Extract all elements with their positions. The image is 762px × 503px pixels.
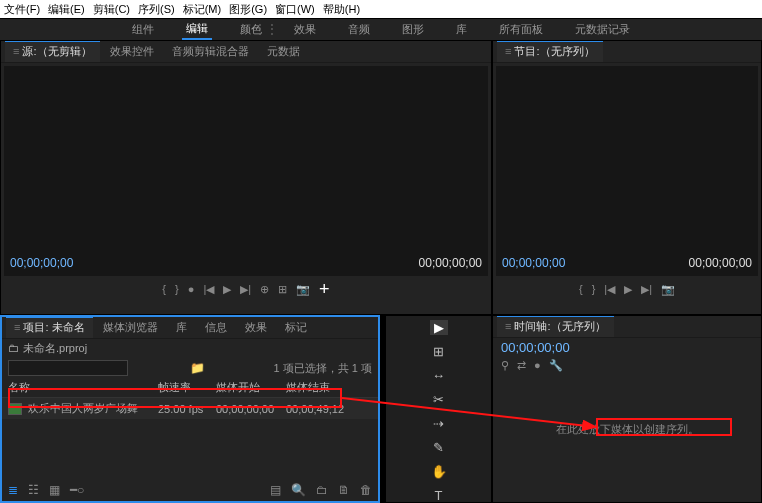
source-monitor[interactable]: 00;00;00;00 00;00;00;00 (4, 66, 488, 276)
icon-view-button[interactable]: ☷ (28, 483, 39, 497)
workspace-tabs: 组件编辑颜色效果音频图形库所有面板元数据记录 (0, 18, 762, 40)
tool-1[interactable]: ⊞ (430, 344, 448, 359)
tool-7[interactable]: T (430, 488, 448, 503)
workspace-7[interactable]: 所有面板 (495, 20, 547, 39)
project-footer: ≣ ☷ ▦ ━○ ▤ 🔍 🗀 🗎 🗑 (8, 483, 372, 497)
marker-icon[interactable]: ● (534, 359, 541, 372)
workspace-4[interactable]: 音频 (344, 20, 374, 39)
program-monitor[interactable]: 00;00;00;00 00;00;00;00 (496, 66, 758, 276)
menu-文件F[interactable]: 文件(F) (4, 2, 40, 17)
clip-thumb-icon (8, 403, 22, 415)
project-tab-2[interactable]: 库 (168, 317, 195, 338)
new-item-button[interactable]: 🗎 (338, 483, 350, 497)
project-tab-3[interactable]: 信息 (197, 317, 235, 338)
col-fps[interactable]: 帧速率 (158, 380, 216, 395)
tools-panel: ▶⊞↔✂⇢✎✋T (385, 315, 492, 503)
table-row[interactable]: 欢乐中国人两岁广场舞 25.00 fps 00;00;00;00 00;00;4… (2, 398, 378, 419)
prog-step-back-button[interactable]: |◀ (604, 283, 615, 296)
prog-mark-in-button[interactable]: { (579, 283, 583, 295)
menu-图形G[interactable]: 图形(G) (229, 2, 267, 17)
list-view-button[interactable]: ≣ (8, 483, 18, 497)
search-input[interactable] (8, 360, 128, 376)
insert-button[interactable]: ⊕ (260, 283, 269, 296)
snap-icon[interactable]: ⚲ (501, 359, 509, 372)
link-icon[interactable]: ⇄ (517, 359, 526, 372)
project-tab-5[interactable]: 标记 (277, 317, 315, 338)
source-timecode-left: 00;00;00;00 (10, 256, 73, 270)
col-out[interactable]: 媒体结束 (286, 380, 346, 395)
prog-mark-out-button[interactable]: } (592, 283, 596, 295)
workspace-0[interactable]: 组件 (128, 20, 158, 39)
source-transport: { } ● |◀ ▶ ▶| ⊕ ⊞ 📷 + (1, 279, 491, 299)
clip-name: 欢乐中国人两岁广场舞 (28, 401, 158, 416)
mark-in-button[interactable]: { (162, 283, 166, 295)
prog-step-fwd-button[interactable]: ▶| (641, 283, 652, 296)
project-filename: 🗀未命名.prproj (2, 339, 378, 358)
prog-export-button[interactable]: 📷 (661, 283, 675, 296)
step-back-button[interactable]: |◀ (203, 283, 214, 296)
tool-5[interactable]: ✎ (430, 440, 448, 455)
marker-button[interactable]: ● (188, 283, 195, 295)
tool-2[interactable]: ↔ (430, 368, 448, 383)
menu-编辑E[interactable]: 编辑(E) (48, 2, 85, 17)
clip-in: 00;00;00;00 (216, 403, 286, 415)
timeline-timecode[interactable]: 00;00;00;00 (493, 338, 761, 357)
menu-标记M[interactable]: 标记(M) (183, 2, 222, 17)
menu-帮助H[interactable]: 帮助(H) (323, 2, 360, 17)
project-tabs: 项目: 未命名媒体浏览器库信息效果标记 (2, 317, 378, 339)
source-panel: 源:（无剪辑）效果控件音频剪辑混合器元数据 00;00;00;00 00;00;… (0, 40, 492, 315)
menu-序列S[interactable]: 序列(S) (138, 2, 175, 17)
auto-seq-button[interactable]: ▤ (270, 483, 281, 497)
tool-0[interactable]: ▶ (430, 320, 448, 335)
tool-6[interactable]: ✋ (430, 464, 448, 479)
overwrite-button[interactable]: ⊞ (278, 283, 287, 296)
workspace-1[interactable]: 编辑 (182, 19, 212, 40)
source-tabs: 源:（无剪辑）效果控件音频剪辑混合器元数据 (1, 41, 491, 63)
timeline-tab[interactable]: 时间轴:（无序列） (497, 316, 614, 337)
program-transport: { } |◀ ▶ ▶| 📷 (493, 279, 761, 299)
workspace-8[interactable]: 元数据记录 (571, 20, 634, 39)
play-button[interactable]: ▶ (223, 283, 231, 296)
source-tab-1[interactable]: 效果控件 (102, 41, 162, 62)
drop-hint-text: 在此处放下媒体以创建序列。 (556, 422, 699, 437)
project-tab-0[interactable]: 项目: 未命名 (6, 317, 93, 338)
timeline-options: ⚲ ⇄ ● 🔧 (493, 357, 761, 374)
project-panel: 项目: 未命名媒体浏览器库信息效果标记 🗀未命名.prproj 📁 1 项已选择… (0, 315, 380, 503)
project-tab-1[interactable]: 媒体浏览器 (95, 317, 166, 338)
timeline-panel: 时间轴:（无序列） 00;00;00;00 ⚲ ⇄ ● 🔧 在此处放下媒体以创建… (492, 315, 762, 503)
export-frame-button[interactable]: 📷 (296, 283, 310, 296)
workspace-6[interactable]: 库 (452, 20, 471, 39)
folder-icon[interactable]: 📁 (190, 361, 205, 375)
step-fwd-button[interactable]: ▶| (240, 283, 251, 296)
selection-info: 1 项已选择，共 1 项 (274, 361, 372, 376)
program-tab[interactable]: 节目:（无序列） (497, 41, 603, 62)
timeline-dropzone[interactable]: 在此处放下媒体以创建序列。 (493, 374, 761, 484)
workspace-grip-icon[interactable]: ⋮⋮ (254, 22, 278, 36)
source-tab-0[interactable]: 源:（无剪辑） (5, 41, 100, 62)
program-tabs: 节目:（无序列） (493, 41, 761, 63)
trash-button[interactable]: 🗑 (360, 483, 372, 497)
col-in[interactable]: 媒体开始 (216, 380, 286, 395)
prog-play-button[interactable]: ▶ (624, 283, 632, 296)
workspace-3[interactable]: 效果 (290, 20, 320, 39)
tool-3[interactable]: ✂ (430, 392, 448, 407)
freeform-view-button[interactable]: ▦ (49, 483, 60, 497)
source-tab-3[interactable]: 元数据 (259, 41, 308, 62)
tool-4[interactable]: ⇢ (430, 416, 448, 431)
workspace-5[interactable]: 图形 (398, 20, 428, 39)
project-tab-4[interactable]: 效果 (237, 317, 275, 338)
menu-窗口W[interactable]: 窗口(W) (275, 2, 315, 17)
source-tab-2[interactable]: 音频剪辑混合器 (164, 41, 257, 62)
settings-icon[interactable]: 🔧 (549, 359, 563, 372)
program-panel: 节目:（无序列） 00;00;00;00 00;00;00;00 { } |◀ … (492, 40, 762, 315)
zoom-slider[interactable]: ━○ (70, 483, 84, 497)
program-timecode-left: 00;00;00;00 (502, 256, 565, 270)
col-name[interactable]: 名称 (8, 380, 158, 395)
new-bin-button[interactable]: 🗀 (316, 483, 328, 497)
bin-icon: 🗀 (8, 342, 19, 354)
menu-剪辑C[interactable]: 剪辑(C) (93, 2, 130, 17)
clip-fps: 25.00 fps (158, 403, 216, 415)
find-button[interactable]: 🔍 (291, 483, 306, 497)
add-button[interactable]: + (319, 279, 330, 300)
mark-out-button[interactable]: } (175, 283, 179, 295)
